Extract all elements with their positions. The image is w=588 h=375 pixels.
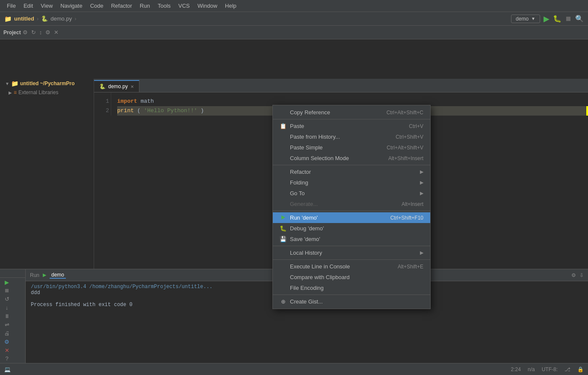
ctx-column-selection-label: Column Selection Mode [290,155,349,161]
menu-view[interactable]: View [37,1,56,10]
editor-tab-demo[interactable]: 🐍 demo.py ✕ [94,80,139,92]
ctx-local-history[interactable]: Local History ▶ [273,247,430,258]
ctx-sep3 [273,211,430,211]
ctx-paste-simple[interactable]: Paste Simple Ctrl+Alt+Shift+V [273,142,430,153]
ctx-paste-history-shortcut: Ctrl+Shift+V [396,134,423,140]
ctx-paste-history[interactable]: Paste from History... Ctrl+Shift+V [273,131,430,142]
ctx-copy-reference-label: Copy Reference [290,109,330,116]
ctx-goto-label: Go To [290,190,304,196]
library-icon: ≡ [14,89,17,95]
menu-navigate[interactable]: Navigate [57,1,86,10]
ctx-compare-clipboard-label: Compare with Clipboard [290,274,349,280]
project-label: Project [3,30,21,36]
external-libraries-label: External Libraries [18,89,58,95]
panel-settings-icon[interactable]: ⚙ [571,272,576,278]
run-scroll-btn[interactable]: ↓ [0,304,14,312]
run-filter-btn[interactable]: ⚙ [0,337,14,346]
tab-close-icon[interactable]: ✕ [130,84,134,89]
func-print: print [117,107,134,114]
ctx-execute-line[interactable]: Execute Line in Console Alt+Shift+E [273,261,430,272]
menu-window[interactable]: Window [194,1,221,10]
menu-tools[interactable]: Tools [154,1,174,10]
chevron-down-icon: ▼ [531,16,535,21]
ctx-folding-label: Folding [290,179,308,186]
lock-icon: 🔒 [577,366,584,372]
paste-icon: 📋 [280,123,287,129]
local-history-arrow-icon: ▶ [420,250,423,256]
context-menu: Copy Reference Ctrl+Alt+Shift+C 📋 Paste … [272,105,431,309]
run-print-btn[interactable]: 🖨 [0,329,14,337]
stop-button[interactable]: ⏹ [565,15,572,23]
sidebar-item-untitled[interactable]: ▼ 📁 untitled ~/PycharmPro [0,79,94,88]
save-demo-icon: 💾 [280,236,287,242]
menu-file[interactable]: File [3,1,19,10]
breadcrumb-sep2: › [74,15,76,22]
menu-refactor[interactable]: Refactor [108,1,136,10]
ctx-save-demo[interactable]: 💾 Save 'demo' [273,234,430,244]
sort-icon[interactable]: ↕ [39,29,42,36]
git-icon: ⎇ [564,366,570,372]
menu-vcs[interactable]: VCS [175,1,193,10]
tab-label: demo.py [108,83,128,89]
menu-run[interactable]: Run [136,1,154,10]
ctx-local-history-label: Local History [290,250,322,256]
goto-arrow-icon: ▶ [420,190,423,196]
ctx-run-demo-label: Run 'demo' [290,214,318,221]
ctx-execute-line-shortcut: Alt+Shift+E [398,264,423,270]
run-demo-icon [280,214,287,221]
ctx-debug-demo[interactable]: 🐛 Debug 'demo' [273,223,430,234]
sidebar-item-external-libraries[interactable]: ▶ ≡ External Libraries [0,88,94,97]
ctx-paste-simple-label: Paste Simple [290,144,323,151]
encoding-label: UTF-8: [542,366,558,372]
run-help-btn[interactable]: ? [0,354,14,363]
breadcrumb-file[interactable]: demo.py [50,15,72,22]
status-right: 2:24 n/a UTF-8: ⎇ 🔒 [511,366,584,372]
folding-arrow-icon: ▶ [420,180,423,185]
statusbar: 💻 2:24 n/a UTF-8: ⎇ 🔒 [0,363,588,375]
run-pause-btn[interactable]: ⏸ [0,312,14,321]
gist-icon: ⊕ [280,298,287,305]
ctx-copy-reference[interactable]: Copy Reference Ctrl+Alt+Shift+C [273,107,430,118]
ctx-execute-line-label: Execute Line in Console [290,263,350,270]
ctx-column-selection[interactable]: Column Selection Mode Alt+Shift+Insert [273,153,430,164]
ctx-save-demo-label: Save 'demo' [290,236,320,242]
settings-icon[interactable]: ⚙ [45,29,50,36]
expand-icon[interactable]: ⚙ [23,29,28,36]
run-rerun-btn[interactable]: ↺ [0,295,14,304]
ctx-create-gist[interactable]: ⊕ Create Gist... [273,296,430,307]
ctx-refactor[interactable]: Refactor ▶ [273,167,430,177]
menu-edit[interactable]: Edit [20,1,36,10]
ctx-column-selection-shortcut: Alt+Shift+Insert [388,155,423,161]
folder-icon: 📁 [11,80,18,87]
run-tab-demo[interactable]: demo [50,272,66,279]
ctx-run-demo[interactable]: Run 'demo' Ctrl+Shift+F10 [273,212,430,223]
ctx-generate-shortcut: Alt+Insert [402,201,423,207]
ctx-folding[interactable]: Folding ▶ [273,177,430,188]
ctx-paste-label: Paste [290,123,304,129]
ctx-goto[interactable]: Go To ▶ [273,188,430,199]
search-button[interactable]: 🔍 [575,15,584,23]
kw-import: import [117,98,137,104]
breadcrumb-project[interactable]: untitled [14,15,34,22]
run-stop-btn[interactable]: ⏹ [0,286,14,295]
ctx-compare-clipboard[interactable]: Compare with Clipboard [273,272,430,283]
sync-icon[interactable]: ↻ [31,29,36,36]
panel-close-icon[interactable]: ⇩ [579,272,584,278]
menu-code[interactable]: Code [87,1,107,10]
ctx-paste[interactable]: 📋 Paste Ctrl+V [273,121,430,131]
ctx-file-encoding[interactable]: File Encoding [273,283,430,293]
close-panel-icon[interactable]: ✕ [54,29,59,36]
run-clear-btn[interactable]: ✕ [0,346,14,354]
library-arrow-icon: ▶ [9,90,12,95]
menu-help[interactable]: Help [222,1,240,10]
ctx-paste-simple-shortcut: Ctrl+Alt+Shift+V [387,145,423,151]
run-play-btn[interactable]: ▶ [0,278,14,286]
line-numbers: 1 2 [94,92,111,116]
run-button[interactable]: ▶ [544,14,550,24]
breadcrumb-sep1: › [37,15,38,22]
run-wrap-btn[interactable]: ⇌ [0,321,14,329]
module-math: math [141,98,154,104]
debug-button[interactable]: 🐛 [553,15,561,23]
run-config-selector[interactable]: demo ▼ [511,15,540,23]
ctx-file-encoding-label: File Encoding [290,285,324,291]
